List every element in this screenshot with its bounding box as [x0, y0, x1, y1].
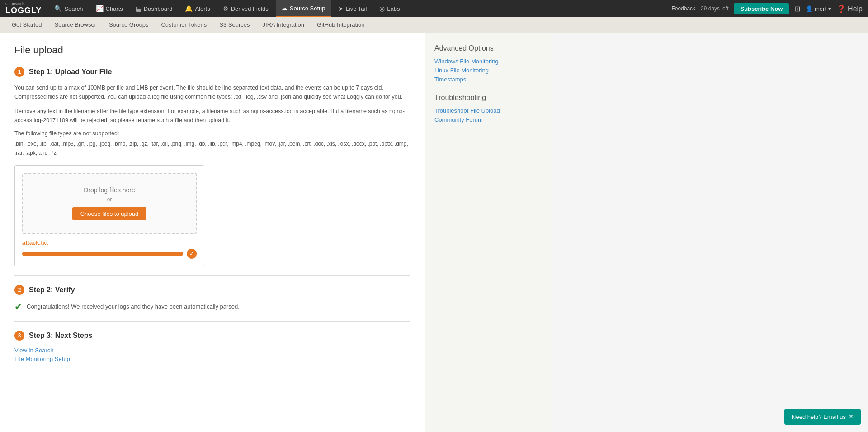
logo-small-text: solarwinds [5, 2, 42, 6]
step1-divider [14, 275, 410, 276]
next-steps-links: View in Search File Monitoring Setup [14, 347, 410, 362]
windows-file-monitoring-link[interactable]: Windows File Monitoring [434, 58, 542, 65]
progress-row: ✓ [22, 249, 197, 259]
file-types-list: .bin, .exe, .lib, .dat, .mp3, .gif, .jpg… [14, 139, 410, 158]
step2-divider [14, 321, 410, 322]
complete-check-icon: ✓ [187, 249, 197, 259]
subnav-source-browser[interactable]: Source Browser [48, 17, 102, 33]
step1-header: 1 Step 1: Upload Your File [14, 67, 410, 77]
live-tail-icon: ➤ [338, 5, 344, 12]
search-icon: 🔍 [54, 5, 62, 12]
choose-files-button[interactable]: Choose files to upload [72, 207, 147, 220]
step2-number: 2 [14, 285, 24, 295]
troubleshooting-links: Troubleshoot File Upload Community Forum [434, 107, 542, 123]
timestamps-link[interactable]: Timestamps [434, 76, 542, 83]
subscribe-button[interactable]: Subscribe Now [734, 3, 789, 14]
nav-alerts[interactable]: 🔔 Alerts [179, 0, 215, 17]
not-supported-label: The following file types are not support… [14, 130, 410, 137]
community-forum-link[interactable]: Community Forum [434, 116, 542, 123]
linux-file-monitoring-link[interactable]: Linux File Monitoring [434, 67, 542, 74]
top-nav-right: Feedback 29 days left Subscribe Now ⊞ 👤 … [671, 3, 863, 14]
step3-number: 3 [14, 331, 24, 341]
troubleshoot-file-upload-link[interactable]: Troubleshoot File Upload [434, 107, 542, 114]
uploaded-filename: attack.txt [22, 239, 197, 246]
step1-para1: You can send up to a max of 100MB per fi… [14, 83, 410, 101]
view-in-search-link[interactable]: View in Search [14, 347, 410, 354]
help-email-button[interactable]: Need help? Email us ✉ [784, 409, 861, 425]
drop-text: Drop log files here [32, 186, 187, 194]
help-email-label: Need help? Email us [792, 413, 846, 420]
main-layout: File upload 1 Step 1: Upload Your File Y… [0, 33, 868, 432]
advanced-options-title: Advanced Options [434, 44, 542, 52]
step3-header: 3 Step 3: Next Steps [14, 331, 410, 341]
sub-nav: Get Started Source Browser Source Groups… [0, 17, 868, 33]
content-area: File upload 1 Step 1: Upload Your File Y… [0, 33, 425, 432]
subnav-get-started[interactable]: Get Started [5, 17, 48, 33]
sidebar: Advanced Options Windows File Monitoring… [425, 33, 552, 432]
nav-live-tail[interactable]: ➤ Live Tail [333, 0, 373, 17]
logo-text: LOGGLY [5, 6, 42, 15]
file-monitoring-setup-link[interactable]: File Monitoring Setup [14, 356, 410, 362]
troubleshooting-title: Troubleshooting [434, 94, 542, 102]
uploaded-file-area: attack.txt ✓ [22, 239, 197, 259]
feedback-label[interactable]: Feedback [671, 5, 695, 12]
help-icon[interactable]: ❓ Help [837, 5, 863, 13]
grid-icon[interactable]: ⊞ [794, 5, 800, 13]
advanced-options-links: Windows File Monitoring Linux File Monit… [434, 58, 542, 83]
nav-labs[interactable]: ◎ Labs [374, 0, 405, 17]
page-title: File upload [14, 44, 410, 56]
nav-items: 🔍 Search 📈 Charts ▦ Dashboard 🔔 Alerts ⚙… [49, 0, 671, 17]
subnav-jira-integration[interactable]: JIRA Integration [256, 17, 311, 33]
email-icon: ✉ [849, 413, 854, 420]
subnav-github-integration[interactable]: GitHub Integration [311, 17, 371, 33]
user-menu[interactable]: 👤 mert ▾ [806, 5, 831, 12]
nav-source-setup[interactable]: ☁ Source Setup [276, 0, 331, 17]
dashboard-icon: ▦ [136, 5, 142, 12]
subnav-source-groups[interactable]: Source Groups [103, 17, 155, 33]
days-left: 29 days left [701, 5, 728, 12]
step1-title: Step 1: Upload Your File [29, 68, 112, 76]
verify-text: Congratulations! We received your logs a… [27, 303, 240, 310]
logo: solarwinds LOGGLY [5, 2, 42, 15]
nav-derived-fields[interactable]: ⚙ Derived Fields [217, 0, 274, 17]
source-setup-icon: ☁ [281, 5, 288, 12]
step2-title: Step 2: Verify [29, 286, 75, 294]
or-text: or [32, 196, 187, 203]
nav-search[interactable]: 🔍 Search [49, 0, 88, 17]
step3-title: Step 3: Next Steps [29, 332, 92, 340]
subnav-s3-sources[interactable]: S3 Sources [213, 17, 256, 33]
step1-para2: Remove any text in the filename after th… [14, 107, 410, 125]
derived-fields-icon: ⚙ [223, 5, 229, 12]
step2-header: 2 Step 2: Verify [14, 285, 410, 295]
top-nav: solarwinds LOGGLY 🔍 Search 📈 Charts ▦ Da… [0, 0, 868, 17]
nav-dashboard[interactable]: ▦ Dashboard [130, 0, 178, 17]
subnav-customer-tokens[interactable]: Customer Tokens [155, 17, 213, 33]
charts-icon: 📈 [96, 5, 104, 12]
nav-charts[interactable]: 📈 Charts [90, 0, 128, 17]
step2-verify: ✔ Congratulations! We received your logs… [14, 301, 410, 312]
green-checkmark-icon: ✔ [14, 301, 22, 312]
upload-dropzone[interactable]: Drop log files here or Choose files to u… [22, 173, 197, 234]
step1-number: 1 [14, 67, 24, 77]
step1-content: You can send up to a max of 100MB per fi… [14, 83, 410, 158]
progress-bar [22, 252, 183, 256]
alerts-icon: 🔔 [185, 5, 193, 12]
upload-box: Drop log files here or Choose files to u… [14, 165, 204, 266]
labs-icon: ◎ [379, 5, 385, 12]
